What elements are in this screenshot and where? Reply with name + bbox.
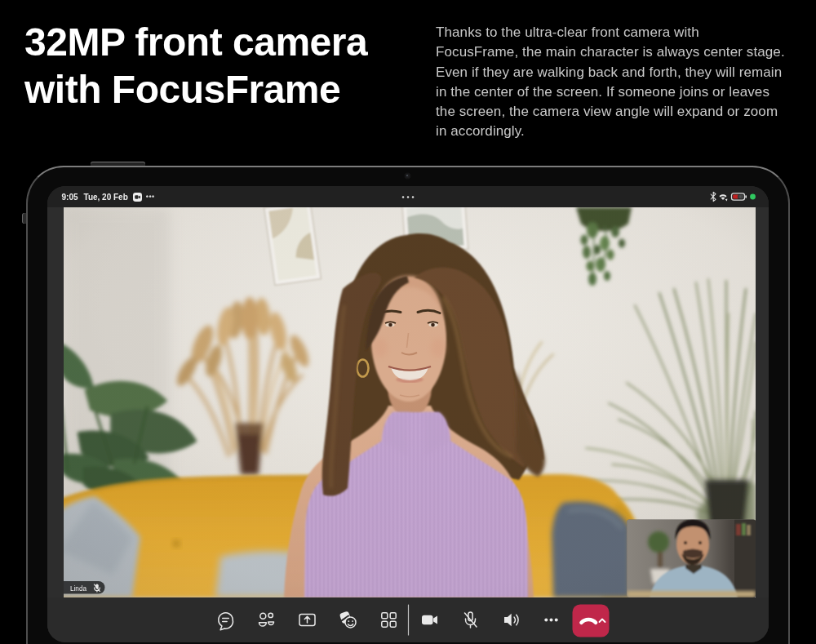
- svg-text:Linda: Linda: [70, 585, 86, 593]
